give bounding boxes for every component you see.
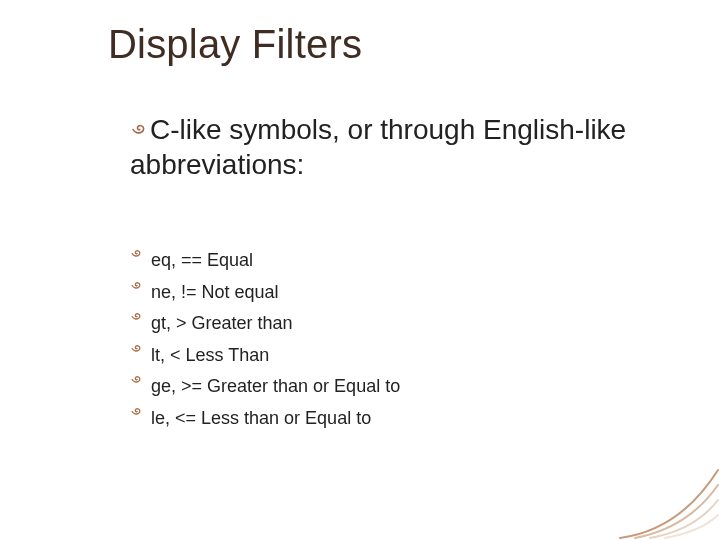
swirl-bullet-icon xyxy=(130,119,148,137)
list-item: ne, != Not equal xyxy=(130,277,400,309)
intro-line: C-like symbols, or through English-like … xyxy=(130,112,650,182)
swirl-bullet-icon xyxy=(130,309,143,322)
swirl-bullet-icon xyxy=(130,246,143,259)
list-item: lt, < Less Than xyxy=(130,340,400,372)
list-item: eq, == Equal xyxy=(130,245,400,277)
list-item-text: ge, >= Greater than or Equal to xyxy=(151,371,400,403)
corner-decoration-icon xyxy=(600,430,720,540)
list-item-text: lt, < Less Than xyxy=(151,340,269,372)
slide: Display Filters C-like symbols, or throu… xyxy=(0,0,720,540)
list-item-text: le, <= Less than or Equal to xyxy=(151,403,371,435)
slide-title: Display Filters xyxy=(108,22,362,67)
list-item-text: eq, == Equal xyxy=(151,245,253,277)
list-item: gt, > Greater than xyxy=(130,308,400,340)
swirl-bullet-icon xyxy=(130,404,143,417)
operator-list: eq, == Equal ne, != Not equal gt, > Grea… xyxy=(130,245,400,434)
list-item: le, <= Less than or Equal to xyxy=(130,403,400,435)
swirl-bullet-icon xyxy=(130,278,143,291)
list-item-text: ne, != Not equal xyxy=(151,277,279,309)
swirl-bullet-icon xyxy=(130,372,143,385)
list-item-text: gt, > Greater than xyxy=(151,308,293,340)
swirl-bullet-icon xyxy=(130,341,143,354)
list-item: ge, >= Greater than or Equal to xyxy=(130,371,400,403)
intro-text: C-like symbols, or through English-like … xyxy=(130,114,626,180)
